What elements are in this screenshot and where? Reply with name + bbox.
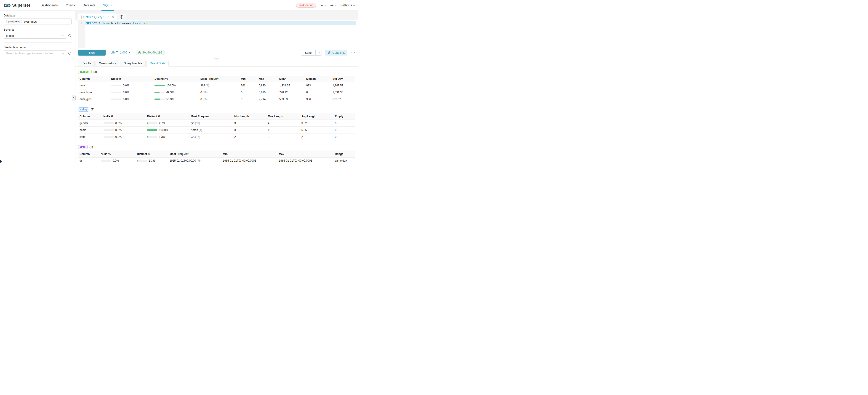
save-button[interactable]: Save [301, 50, 315, 55]
schema-label: Schema [4, 28, 71, 31]
most-frequent-value: 1965-01-01T00:00:00 [169, 159, 196, 162]
theme-toggle[interactable] [330, 4, 336, 7]
column-header: Min Length [233, 113, 267, 120]
stat-value: 933 [305, 82, 331, 89]
table-row: num0.0%100.0%369(1)3616,8201,331.659331,… [78, 82, 355, 89]
tab-query-history[interactable]: Query history [96, 60, 119, 66]
save-options-button[interactable] [315, 50, 321, 55]
type-badge: number [78, 70, 92, 74]
type-count: (3) [93, 70, 97, 73]
percent-label: 0.0% [116, 122, 122, 125]
stat-value: 778.12 [278, 89, 305, 96]
column-header: Column [78, 113, 102, 120]
pane-resize-handle[interactable] [75, 57, 358, 60]
nav-sql[interactable]: SQL [99, 0, 116, 11]
column-header: Distinct % [135, 151, 168, 157]
stat-value: 0 [240, 89, 257, 96]
refresh-schemas-icon[interactable] [68, 34, 71, 37]
stats-section-number: number(3)ColumnNulls %Distinct %Most Fre… [78, 70, 355, 103]
database-select[interactable]: postgresql examples [4, 19, 71, 25]
chevron-down-icon [335, 4, 336, 6]
stat-value: 0 [334, 120, 355, 127]
column-header: Nulls % [110, 75, 153, 82]
scrollbar-thumb[interactable] [75, 96, 76, 100]
editor-code-area[interactable]: SELECT * from birth_names limit 75; [85, 20, 355, 48]
schema-value: public [6, 34, 14, 37]
chevron-down-icon [111, 4, 113, 6]
table-row: ds0.0%1.3%1965-01-01T00:00:00(75)1965-01… [78, 157, 355, 163]
nulls-bar [100, 160, 111, 162]
nav-charts[interactable]: Charts [61, 0, 79, 11]
result-tabs: Results Query history Query Insights Res… [75, 60, 358, 66]
nav-datasets[interactable]: Datasets [79, 0, 99, 11]
percent-label: 1.3% [149, 159, 155, 162]
new-query-tab-button[interactable] [118, 13, 126, 20]
stat-value: 4 [267, 120, 300, 127]
code-token: from [102, 22, 109, 25]
column-header: Avg Length [300, 113, 334, 120]
percent-label: 0.0% [116, 135, 122, 139]
code-token: SELECT [86, 22, 97, 25]
sidebar-divider [4, 42, 71, 42]
run-button[interactable]: Run [78, 50, 105, 56]
distinct-bar [147, 122, 157, 124]
table-row: num_boys0.0%49.3%0(39)06,820778.1201,331… [78, 89, 355, 96]
column-header: Mean [278, 75, 305, 82]
column-header: Most Frequent [189, 113, 233, 120]
column-header: Max [277, 151, 334, 157]
drag-handle-icon[interactable] [81, 15, 82, 19]
schema-select[interactable]: public [4, 33, 66, 39]
clock-icon [138, 51, 141, 54]
limit-dropdown[interactable]: LIMIT: 1 000 [111, 51, 130, 54]
most-frequent-count: (39) [195, 122, 200, 125]
stat-value: 2 [233, 133, 267, 140]
chevron-down-icon [62, 34, 64, 36]
nulls-bar [111, 92, 121, 93]
query-tab[interactable]: Untitled Query 1 ✕ [78, 13, 117, 20]
nulls-bar [103, 129, 114, 131]
tab-results[interactable]: Results [78, 60, 95, 66]
plus-circle-icon [120, 15, 123, 19]
column-header: Column [78, 151, 99, 157]
main-nav: Dashboards Charts Datasets SQL [37, 0, 116, 11]
type-badge: date [78, 145, 88, 149]
check-circle-icon [106, 16, 110, 19]
stat-value: 0 [334, 133, 355, 140]
new-item-button[interactable] [320, 4, 326, 7]
collapse-sidebar-button[interactable] [72, 95, 75, 101]
stat-value: 1965-01-01T03:00:00.000Z [221, 157, 277, 163]
percent-label: 53.3% [166, 98, 174, 101]
superset-logo[interactable]: Superset [4, 3, 30, 8]
settings-menu[interactable]: Settings [340, 3, 355, 7]
tab-query-insights[interactable]: Query Insights [120, 60, 146, 66]
table-select-placeholder: Select table or type to search tables [6, 52, 53, 55]
stat-value: 0 [305, 89, 331, 96]
most-frequent-count: (39) [203, 91, 208, 94]
more-actions-button[interactable]: ··· [350, 51, 355, 54]
column-header: Distinct % [146, 113, 189, 120]
chevron-down-icon [317, 51, 319, 53]
table-select[interactable]: Select table or type to search tables [4, 50, 66, 56]
close-tab-icon[interactable]: ✕ [111, 15, 114, 19]
type-badge: string [78, 108, 89, 112]
code-token: birth_names [110, 22, 131, 25]
column-name: num [78, 82, 110, 89]
chevron-left-icon [72, 97, 74, 99]
nav-dashboards[interactable]: Dashboards [37, 0, 62, 11]
refresh-tables-icon[interactable] [68, 52, 71, 55]
code-line-content: SELECT * from birth_names limit 75; [86, 21, 149, 25]
tab-result-stats[interactable]: Result Stats [147, 60, 169, 66]
percent-label: 0.0% [123, 98, 129, 101]
db-engine-tag: postgresql [6, 20, 22, 23]
most-frequent-value: Aaron [191, 128, 198, 132]
table-schema-label: See table schema [4, 46, 71, 49]
database-label: Database [4, 14, 71, 17]
copy-link-button[interactable]: Copy link [325, 50, 347, 56]
sql-code-editor[interactable]: 1 SELECT * from birth_names limit 75; [75, 20, 358, 48]
stat-value: 2 [267, 133, 300, 140]
column-header: Most Frequent [168, 151, 221, 157]
stat-value: 3 [233, 120, 267, 127]
nulls-bar [111, 98, 121, 100]
code-line: SELECT * from birth_names limit 75; [85, 21, 355, 25]
query-toolbar: Run LIMIT: 1 000 00:00:00.192 Save [75, 48, 358, 57]
